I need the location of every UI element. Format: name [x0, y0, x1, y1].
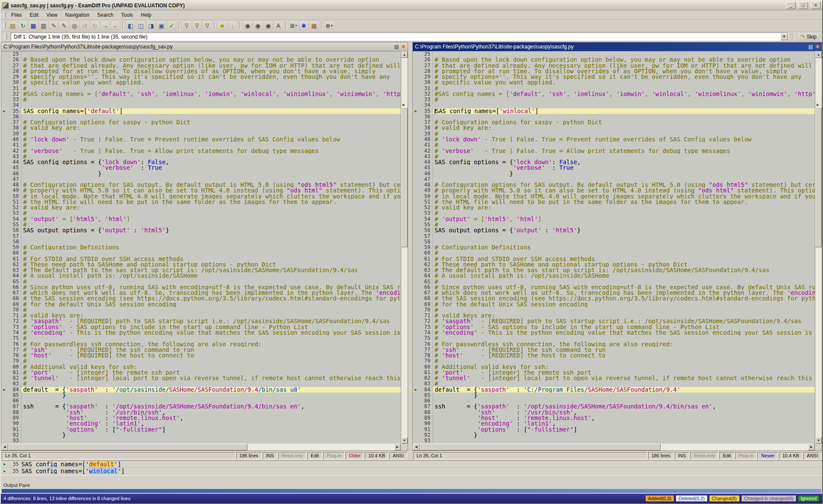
code-line-58[interactable]: 58: [1, 239, 401, 245]
code-line-61[interactable]: 61# For STDIO and STDIO over SSH access …: [413, 256, 815, 262]
code-line-81[interactable]: 81# 'port' - [integer] the remote ssh po…: [1, 370, 401, 375]
code-line-39[interactable]: 39#: [1, 131, 401, 137]
filter-added-button[interactable]: ∇: [182, 21, 192, 30]
code-line-41[interactable]: 41#: [413, 142, 815, 148]
code-line-61[interactable]: 61# For STDIO and STDIO over SSH access …: [1, 256, 401, 262]
code-line-84[interactable]: ▶84default = {'saspath' : '/opt/sasinsid…: [1, 387, 401, 393]
code-line-65[interactable]: 65#: [1, 279, 401, 285]
code-line-42[interactable]: 42# 'verbose' - True | False. True = All…: [413, 148, 815, 154]
code-line-37[interactable]: 37# Configuration options for saspy - py…: [1, 120, 401, 125]
code-line-57[interactable]: 57: [413, 234, 815, 239]
code-line-59[interactable]: 59# Configuration Definitions: [413, 245, 815, 250]
code-line-49[interactable]: 49# properly with HTML 5.0 so it can als…: [1, 188, 401, 193]
code-line-35[interactable]: ▶35SAS_config_names=['default']: [1, 108, 401, 114]
code-line-92[interactable]: 92 }: [413, 432, 815, 438]
menu-item-tools[interactable]: Tools: [117, 11, 137, 19]
code-line-60[interactable]: 60#: [1, 250, 401, 256]
statistics-button[interactable]: ≣▾: [288, 21, 298, 30]
code-line-90[interactable]: 90 'encoding' : 'latin1',: [413, 421, 815, 426]
code-line-86[interactable]: 86: [1, 398, 401, 404]
code-line-71[interactable]: 71# valid keys are:: [413, 313, 815, 318]
code-line-87[interactable]: 87ssh = {'saspath' : '/opt/sasinside/SAS…: [413, 404, 815, 409]
diff-selector-combobox[interactable]: Diff 1: Change 1 line (35, first file) t…: [11, 33, 788, 41]
scrollbar-track[interactable]: [8, 444, 394, 450]
code-line-77[interactable]: 77# 'ssh' - [REQUIRED] the ssh command t…: [413, 347, 815, 353]
code-line-63[interactable]: 63# The default path to the sas start up…: [1, 267, 401, 273]
code-line-69[interactable]: 69# for the default Unix SAS session enc…: [1, 302, 401, 307]
code-line-53[interactable]: 53#: [413, 210, 815, 216]
code-line-60[interactable]: 60#: [413, 250, 815, 256]
horizontal-scrollbar[interactable]: ◀ ▶: [1, 444, 408, 451]
code-line-90[interactable]: 90 'encoding' : 'latin1',: [1, 421, 401, 426]
maximize-button[interactable]: □: [799, 2, 808, 9]
search-prev-button[interactable]: ◉: [263, 21, 273, 30]
open-files-button[interactable]: ▤: [8, 21, 18, 30]
code-line-30[interactable]: 30# specific value you want applied.: [413, 80, 815, 85]
code-line-43[interactable]: 43#: [413, 154, 815, 159]
code-line-77[interactable]: 77# 'ssh' - [REQUIRED] the ssh command t…: [1, 347, 401, 353]
recompare-button[interactable]: ↻: [18, 21, 28, 30]
scrollbar-track[interactable]: ▶: [815, 58, 822, 437]
options-button[interactable]: ⊕▾: [324, 21, 334, 30]
scrollbar-thumb[interactable]: [8, 444, 247, 450]
show-first-pane-button[interactable]: ◧: [126, 21, 135, 30]
code-line-59[interactable]: 59# Configuration Definitions: [1, 245, 401, 250]
code-line-55[interactable]: 55#: [413, 222, 815, 228]
code-line-51[interactable]: 51# the HTML file will need to be put in…: [413, 199, 815, 205]
scroll-left-button[interactable]: ◀: [1, 444, 8, 450]
code-line-50[interactable]: 50# in local mode. Note that HTML 4.0 wi…: [1, 194, 401, 199]
code-line-40[interactable]: 40# 'lock_down' - True | False. True = P…: [1, 137, 401, 142]
skip-diff-button[interactable]: ↷ Skip: [797, 32, 820, 41]
code-line-70[interactable]: 70#: [1, 307, 401, 313]
code-line-43[interactable]: 43#: [1, 154, 401, 159]
code-line-27[interactable]: 27# that are defined already. Any necess…: [413, 63, 815, 69]
edit-first-file-button[interactable]: ✎: [49, 21, 59, 30]
code-line-27[interactable]: 27# that are defined already. Any necess…: [1, 63, 401, 69]
code-line-45[interactable]: 45 'verbose' : True: [413, 165, 815, 171]
code-line-91[interactable]: 91 'options' : ["-fullstimer"]: [413, 427, 815, 432]
code-line-25[interactable]: 25: [1, 51, 401, 57]
code-line-85[interactable]: 85 }: [413, 393, 815, 398]
code-line-62[interactable]: 62# These need path to SASHome and optio…: [413, 262, 815, 267]
code-line-83[interactable]: 83#: [1, 381, 401, 387]
code-line-48[interactable]: 48# Configuration options for SAS output…: [1, 182, 401, 188]
search-first-button[interactable]: ◉: [243, 21, 252, 30]
scroll-down-button[interactable]: ▼: [401, 437, 408, 444]
code-line-42[interactable]: 42# 'verbose' - True | False. True = All…: [1, 148, 401, 154]
code-line-80[interactable]: 80# Additional valid keys for ssh:: [413, 364, 815, 370]
code-line-52[interactable]: 52# valid key are:: [413, 205, 815, 210]
toolbar-grip[interactable]: [3, 22, 6, 29]
code-line-39[interactable]: 39#: [413, 131, 815, 137]
code-line-78[interactable]: 78# 'host' - [REQUIRED] the host to conn…: [1, 353, 401, 358]
show-both-panes-button[interactable]: ◫: [136, 21, 146, 30]
code-line-37[interactable]: 37# Configuration options for saspy - py…: [413, 120, 815, 125]
code-line-64[interactable]: 64# A usual install path is: /opt/sasins…: [413, 273, 815, 279]
report-button[interactable]: ▦: [309, 21, 319, 30]
redo-button[interactable]: ↻: [90, 21, 100, 30]
diff-detail-row[interactable]: ▶35SAS_config_names=['winlocal']: [1, 468, 822, 474]
code-line-87[interactable]: 87ssh = {'saspath' : '/opt/sasinside/SAS…: [1, 404, 401, 409]
code-line-46[interactable]: 46 }: [1, 171, 401, 177]
undo-button[interactable]: ↺: [80, 21, 90, 30]
code-line-33[interactable]: 33#: [413, 97, 815, 102]
code-line-92[interactable]: 92 }: [1, 432, 401, 438]
code-line-72[interactable]: 72# 'saspath' - [REQUIRED] path to SAS s…: [413, 318, 815, 324]
code-line-40[interactable]: 40# 'lock_down' - True | False. True = P…: [413, 137, 815, 142]
code-line-83[interactable]: 83#: [413, 381, 815, 387]
comparison-options-button[interactable]: ✓: [167, 21, 177, 30]
code-line-56[interactable]: 56SAS_output_options = {'output' : 'html…: [1, 228, 401, 233]
code-line-28[interactable]: 28# prompted for at run time. To disallo…: [1, 69, 401, 74]
code-line-41[interactable]: 41#: [1, 142, 401, 148]
code-line-69[interactable]: 69# for the default Unix SAS session enc…: [413, 302, 815, 307]
code-line-67[interactable]: 67# which does not work well as utf-8. S…: [413, 290, 815, 296]
code-line-82[interactable]: 82# 'tunnel' - [integer] local port to o…: [1, 375, 401, 381]
code-line-35[interactable]: ▶35SAS_config_names=['winlocal']: [413, 108, 815, 114]
scrollbar-thumb[interactable]: [815, 107, 822, 247]
code-line-62[interactable]: 62# These need path to SASHome and optio…: [1, 262, 401, 267]
combobox-dropdown-button[interactable]: ▼: [781, 33, 788, 40]
code-line-79[interactable]: 79#: [413, 358, 815, 364]
code-line-32[interactable]: 32#SAS_config_names = ['default', 'ssh',…: [413, 91, 815, 97]
code-line-76[interactable]: 76# For passwordless ssh connection, the…: [1, 342, 401, 347]
code-line-70[interactable]: 70#: [413, 307, 815, 313]
code-line-93[interactable]: 93: [413, 438, 815, 444]
